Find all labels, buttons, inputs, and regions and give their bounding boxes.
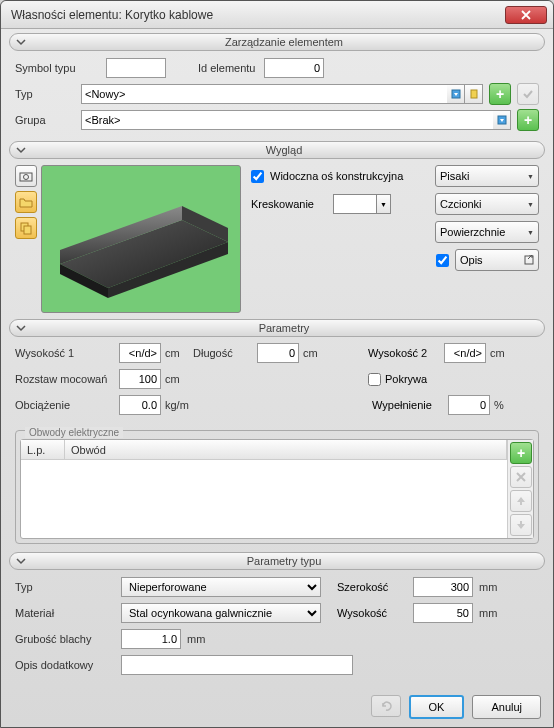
description-button[interactable]: Opis [455, 249, 539, 271]
camera-icon [19, 169, 33, 183]
description-checkbox[interactable] [436, 254, 449, 267]
view-mode-copy-button[interactable] [15, 217, 37, 239]
cover-checkbox[interactable] [368, 373, 381, 386]
length-label: Długość [193, 347, 253, 359]
table-header-lp: L.p. [21, 440, 65, 459]
type-dropdown-button[interactable] [447, 84, 465, 104]
group-dropdown-button[interactable] [493, 110, 511, 130]
id-input [264, 58, 324, 78]
length-unit: cm [303, 347, 327, 359]
preview-3d [41, 165, 241, 313]
load-unit: kg/m [165, 399, 197, 411]
tp-width-input[interactable] [413, 577, 473, 597]
mount-spacing-unit: cm [165, 373, 189, 385]
type-add-button[interactable]: + [489, 83, 511, 105]
tp-height-label: Wysokość [337, 607, 407, 619]
visible-axis-checkbox[interactable] [251, 170, 264, 183]
height2-unit: cm [490, 347, 514, 359]
fill-unit: % [494, 399, 518, 411]
undo-button [371, 695, 401, 717]
tp-type-select[interactable]: Nieperforowane [121, 577, 321, 597]
tp-material-label: Materiał [15, 607, 115, 619]
circuit-add-button[interactable]: + [510, 442, 532, 464]
chevron-down-icon [14, 143, 28, 157]
copy-icon [19, 221, 33, 235]
height1-label: Wysokość 1 [15, 347, 115, 359]
management-header[interactable]: Zarządzanie elementem [9, 33, 545, 51]
tp-height-input[interactable] [413, 603, 473, 623]
chevron-down-icon [14, 321, 28, 335]
circuit-delete-button [510, 466, 532, 488]
window-title: Własności elementu: Korytko kablowe [7, 8, 505, 22]
type-confirm-button [517, 83, 539, 105]
pens-button[interactable]: Pisaki▼ [435, 165, 539, 187]
appearance-header[interactable]: Wygląd [9, 141, 545, 159]
chevron-down-icon [14, 35, 28, 49]
fill-input[interactable] [448, 395, 490, 415]
undo-icon [379, 699, 393, 713]
load-input[interactable] [119, 395, 161, 415]
tp-extra-desc-input[interactable] [121, 655, 353, 675]
load-label: Obciążenie [15, 399, 115, 411]
tp-height-unit: mm [479, 607, 503, 619]
section-title: Parametry typu [28, 555, 540, 567]
mount-spacing-label: Rozstaw mocowań [15, 373, 115, 385]
height1-input[interactable] [119, 343, 161, 363]
hatching-combo[interactable]: ▼ [333, 194, 391, 214]
circuits-table-body [21, 460, 507, 538]
group-add-button[interactable]: + [517, 109, 539, 131]
table-header-circuit: Obwód [65, 440, 507, 459]
mount-spacing-input[interactable] [119, 369, 161, 389]
svg-rect-1 [471, 90, 477, 98]
svg-point-4 [24, 175, 29, 180]
fill-label: Wypełnienie [372, 399, 444, 411]
tp-thickness-input[interactable] [121, 629, 181, 649]
external-icon [524, 255, 534, 265]
group-combo[interactable] [81, 110, 493, 130]
circuit-move-up-button [510, 490, 532, 512]
svg-rect-6 [24, 226, 31, 234]
symbol-type-input[interactable] [106, 58, 166, 78]
parameters-header[interactable]: Parametry [9, 319, 545, 337]
fonts-button[interactable]: Czcionki▼ [435, 193, 539, 215]
id-label: Id elementu [198, 62, 258, 74]
close-button[interactable] [505, 6, 547, 24]
section-title: Zarządzanie elementem [28, 36, 540, 48]
tp-extra-desc-label: Opis dodatkowy [15, 659, 115, 671]
height2-label: Wysokość 2 [368, 347, 440, 359]
section-title: Wygląd [28, 144, 540, 156]
height2-input[interactable] [444, 343, 486, 363]
folder-icon [19, 195, 33, 209]
group-label: Grupa [15, 114, 75, 126]
tp-thickness-unit: mm [187, 633, 211, 645]
cancel-button[interactable]: Anuluj [472, 695, 541, 719]
tp-width-unit: mm [479, 581, 503, 593]
type-label: Typ [15, 88, 75, 100]
length-input[interactable] [257, 343, 299, 363]
height1-unit: cm [165, 347, 189, 359]
tp-width-label: Szerokość [337, 581, 407, 593]
section-title: Parametry [28, 322, 540, 334]
type-combo[interactable] [81, 84, 447, 104]
delete-icon [515, 471, 527, 483]
view-mode-camera-button[interactable] [15, 165, 37, 187]
circuits-legend: Obwody elektryczne [25, 427, 123, 438]
cover-label: Pokrywa [385, 373, 427, 385]
circuit-move-down-button [510, 514, 532, 536]
tp-material-select[interactable]: Stal ocynkowana galwnicznie [121, 603, 321, 623]
tp-thickness-label: Grubość blachy [15, 633, 115, 645]
visible-axis-label: Widoczna oś konstrukcyjna [270, 170, 403, 182]
close-icon [521, 10, 531, 20]
ok-button[interactable]: OK [409, 695, 465, 719]
chevron-down-icon [14, 554, 28, 568]
hatching-label: Kreskowanie [251, 198, 327, 210]
arrow-up-icon [516, 496, 526, 506]
type-params-header[interactable]: Parametry typu [9, 552, 545, 570]
tp-type-label: Typ [15, 581, 115, 593]
symbol-type-label: Symbol typu [15, 62, 100, 74]
type-edit-button[interactable] [465, 84, 483, 104]
view-mode-folder-button[interactable] [15, 191, 37, 213]
arrow-down-icon [516, 520, 526, 530]
surfaces-button[interactable]: Powierzchnie▼ [435, 221, 539, 243]
